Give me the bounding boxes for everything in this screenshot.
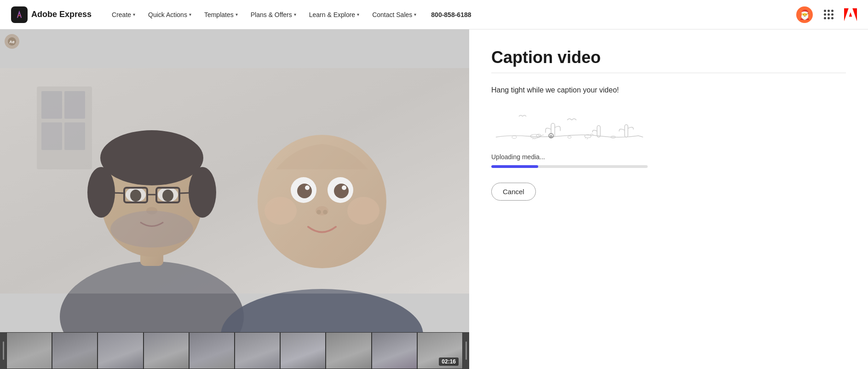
cancel-button[interactable]: Cancel [491, 183, 536, 201]
svg-text:Ae: Ae [9, 40, 15, 44]
svg-marker-1 [844, 8, 849, 21]
nav-item-learn-explore[interactable]: Learn & Explore ▾ [304, 7, 365, 22]
chevron-down-icon: ▾ [294, 12, 296, 17]
timeline-frame [52, 332, 98, 369]
progress-bar-fill [491, 165, 538, 168]
panel-divider [491, 73, 846, 73]
video-panel: Ae 02:16 [0, 29, 469, 369]
timeline-frame [189, 332, 235, 369]
nav-item-plans-offers[interactable]: Plans & Offers ▾ [245, 7, 302, 22]
svg-text:B: B [550, 134, 552, 138]
timeline-frame [6, 332, 52, 369]
video-content [0, 29, 469, 332]
timeline-frame: 02:16 [417, 332, 463, 369]
chevron-down-icon: ▾ [133, 12, 135, 17]
user-avatar-button[interactable]: 🎅 [796, 6, 813, 23]
svg-rect-41 [0, 68, 469, 294]
loading-illustration: B [491, 107, 648, 144]
right-panel: Caption video Hang tight while we captio… [469, 29, 868, 369]
nav-item-quick-actions[interactable]: Quick Actions ▾ [143, 7, 197, 22]
svg-rect-46 [625, 125, 628, 137]
nav-learn-label: Learn & Explore [309, 11, 355, 18]
adobe-logo-button[interactable] [844, 8, 857, 21]
logo-text: Adobe Express [31, 10, 92, 19]
timeline-frame [326, 332, 371, 369]
nav-contact-label: Contact Sales [372, 11, 412, 18]
chevron-down-icon: ▾ [236, 12, 238, 17]
adobe-logo-icon [844, 8, 857, 21]
panel-subtitle: Hang tight while we caption your video! [491, 86, 846, 94]
timeline-handle-right[interactable] [463, 332, 469, 369]
nav-item-templates[interactable]: Templates ▾ [199, 7, 243, 22]
logo-icon [11, 6, 28, 23]
timeline-frame [235, 332, 280, 369]
chevron-down-icon: ▾ [189, 12, 191, 17]
nav-quick-actions-label: Quick Actions [148, 11, 187, 18]
nav-templates-label: Templates [204, 11, 234, 18]
chevron-down-icon: ▾ [414, 12, 416, 17]
phone-number: 800-858-6188 [431, 11, 471, 18]
timeline-frames: 02:16 [6, 332, 463, 369]
progress-bar-container [491, 165, 648, 168]
progress-label: Uploading media... [491, 153, 846, 161]
svg-point-56 [512, 136, 517, 138]
panel-title: Caption video [491, 48, 846, 67]
timeline-timestamp: 02:16 [439, 357, 459, 366]
timeline-frame [144, 332, 189, 369]
chevron-down-icon: ▾ [357, 12, 359, 17]
timeline-frame [98, 332, 143, 369]
navbar-right: 🎅 [796, 6, 857, 23]
handle-line-left [3, 341, 4, 360]
grid-icon [824, 10, 834, 19]
video-timeline: 02:16 [0, 332, 469, 369]
logo-link[interactable]: Adobe Express [11, 6, 92, 23]
svg-line-51 [533, 138, 534, 139]
apps-grid-button[interactable] [820, 6, 837, 23]
timeline-handle-left[interactable] [0, 332, 6, 369]
watermark: Ae [5, 34, 19, 49]
nav-create-label: Create [112, 11, 131, 18]
video-area: Ae [0, 29, 469, 332]
svg-marker-3 [849, 12, 852, 17]
nav-item-contact-sales[interactable]: Contact Sales ▾ [367, 7, 422, 22]
svg-marker-2 [852, 8, 857, 21]
svg-point-27 [221, 289, 423, 332]
svg-point-57 [568, 136, 571, 138]
nav-menu: Create ▾ Quick Actions ▾ Templates ▾ Pla… [106, 7, 785, 22]
main-content: Ae 02:16 [0, 29, 868, 369]
navbar: Adobe Express Create ▾ Quick Actions ▾ T… [0, 0, 868, 29]
timeline-frame [280, 332, 326, 369]
nav-plans-label: Plans & Offers [251, 11, 292, 18]
handle-line-right [466, 341, 467, 360]
timeline-frame [372, 332, 417, 369]
nav-item-create[interactable]: Create ▾ [106, 7, 141, 22]
